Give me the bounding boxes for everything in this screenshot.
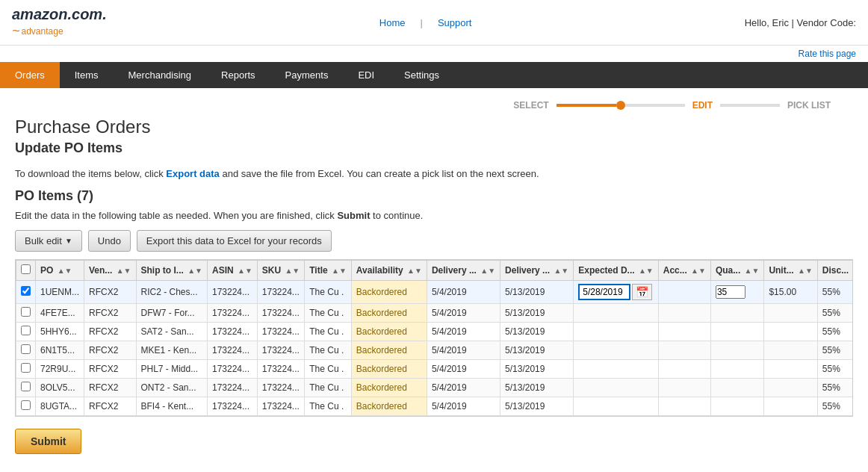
row-delivery1: 5/4/2019	[427, 379, 500, 397]
row-ship-to: RIC2 - Ches...	[136, 281, 207, 304]
row-asin: 173224...	[207, 360, 257, 379]
rate-page-link[interactable]: Rate this page	[799, 49, 856, 59]
row-asin: 173224...	[207, 281, 257, 304]
row-unit	[764, 304, 817, 323]
row-vendor: RFCX2	[84, 379, 136, 397]
undo-button[interactable]: Undo	[88, 230, 131, 252]
header-delivery2[interactable]: Delivery ... ▲▼	[500, 261, 574, 281]
row-disc: 55%	[817, 360, 853, 379]
info-text: To download the items below, click Expor…	[15, 168, 853, 179]
row-checkbox-cell	[16, 281, 36, 304]
qty-input[interactable]	[716, 285, 745, 299]
row-checkbox[interactable]	[21, 363, 31, 373]
row-unit: $15.00	[764, 281, 817, 304]
select-all-checkbox[interactable]	[21, 264, 31, 274]
row-acc	[658, 397, 710, 416]
top-header: amazon.com. ~ advantage Home | Support H…	[0, 0, 868, 46]
header-title[interactable]: Title ▲▼	[305, 261, 352, 281]
row-title: The Cu .	[305, 379, 352, 397]
section-title: PO Items (7)	[15, 188, 853, 204]
step-picklist: PICK LIST	[780, 100, 838, 111]
row-checkbox[interactable]	[21, 344, 31, 354]
header-vendor[interactable]: Ven... ▲▼	[84, 261, 136, 281]
header-expected-date[interactable]: Expected D... ▲▼	[574, 261, 659, 281]
header-ship-to[interactable]: Ship to I... ▲▼	[136, 261, 207, 281]
row-expected-date	[574, 323, 659, 341]
row-po: 8UGTA...	[36, 397, 84, 416]
expected-date-input[interactable]	[578, 284, 630, 300]
table-row: 8UGTA...RFCX2BFI4 - Kent...173224...1732…	[16, 397, 854, 416]
row-acc	[658, 323, 710, 341]
table-row: 8OLV5...RFCX2ONT2 - San...173224...17322…	[16, 379, 854, 397]
tab-orders[interactable]: Orders	[0, 62, 60, 88]
row-qty	[710, 323, 763, 341]
support-link[interactable]: Support	[438, 17, 472, 28]
submit-area: Submit	[15, 429, 853, 454]
row-ship-to: SAT2 - San...	[136, 323, 207, 341]
row-sku: 173224...	[257, 323, 304, 341]
row-checkbox[interactable]	[21, 286, 31, 296]
tab-reports[interactable]: Reports	[206, 62, 270, 88]
tab-payments[interactable]: Payments	[270, 62, 344, 88]
row-vendor: RFCX2	[84, 360, 136, 379]
calendar-icon[interactable]: 📅	[632, 284, 652, 300]
progress-line-1	[557, 104, 616, 107]
header-asin[interactable]: ASIN ▲▼	[207, 261, 257, 281]
tab-settings[interactable]: Settings	[389, 62, 454, 88]
header-qty[interactable]: Qua... ▲▼	[710, 261, 763, 281]
export-data-link[interactable]: Export data	[166, 168, 220, 179]
header-acc[interactable]: Acc... ▲▼	[658, 261, 710, 281]
row-disc: 55%	[817, 397, 853, 416]
tab-merchandising[interactable]: Merchandising	[114, 62, 207, 88]
row-checkbox[interactable]	[21, 307, 31, 317]
row-ship-to: DFW7 - For...	[136, 304, 207, 323]
home-link[interactable]: Home	[379, 17, 406, 28]
table-container: PO ▲▼ Ven... ▲▼ Ship to I... ▲▼ ASIN ▲▼ …	[15, 259, 853, 417]
header-delivery1[interactable]: Delivery ... ▲▼	[427, 261, 500, 281]
row-unit	[764, 397, 817, 416]
tab-edi[interactable]: EDI	[343, 62, 389, 88]
header-po[interactable]: PO ▲▼	[36, 261, 84, 281]
header-disc[interactable]: Disc... ▲▼	[817, 261, 853, 281]
row-qty	[710, 341, 763, 360]
logo-arrow: ~	[12, 23, 20, 39]
row-checkbox[interactable]	[21, 400, 31, 410]
row-disc: 55%	[817, 341, 853, 360]
row-qty	[710, 281, 763, 304]
page-subtitle: Update PO Items	[15, 140, 853, 156]
top-nav: Home | Support	[379, 17, 472, 28]
dropdown-arrow-icon: ▼	[65, 237, 72, 245]
row-vendor: RFCX2	[84, 281, 136, 304]
row-title: The Cu .	[305, 360, 352, 379]
row-checkbox-cell	[16, 323, 36, 341]
row-availability: Backordered	[351, 281, 427, 304]
header-sku[interactable]: SKU ▲▼	[257, 261, 304, 281]
row-po: 6N1T5...	[36, 341, 84, 360]
table-header-row: PO ▲▼ Ven... ▲▼ Ship to I... ▲▼ ASIN ▲▼ …	[16, 261, 854, 281]
table-row: 4FE7E...RFCX2DFW7 - For...173224...17322…	[16, 304, 854, 323]
bulk-edit-button[interactable]: Bulk edit ▼	[15, 230, 82, 252]
row-checkbox[interactable]	[21, 382, 31, 391]
progress-dot	[616, 101, 625, 110]
row-unit	[764, 379, 817, 397]
table-row: 72R9U...RFCX2PHL7 - Midd...173224...1732…	[16, 360, 854, 379]
row-po: 1UENM...	[36, 281, 84, 304]
row-disc: 55%	[817, 323, 853, 341]
submit-button[interactable]: Submit	[15, 429, 81, 454]
tab-items[interactable]: Items	[60, 62, 114, 88]
row-unit	[764, 341, 817, 360]
header-availability[interactable]: Availability ▲▼	[351, 261, 427, 281]
export-button[interactable]: Export this data to Excel for your recor…	[137, 230, 332, 252]
row-qty	[710, 360, 763, 379]
logo-text: amazon.com.	[12, 6, 107, 23]
row-vendor: RFCX2	[84, 341, 136, 360]
row-title: The Cu .	[305, 397, 352, 416]
table-row: 1UENM...RFCX2RIC2 - Ches...173224...1732…	[16, 281, 854, 304]
row-availability: Backordered	[351, 323, 427, 341]
row-expected-date	[574, 341, 659, 360]
row-acc	[658, 341, 710, 360]
row-checkbox-cell	[16, 304, 36, 323]
header-unit[interactable]: Unit... ▲▼	[764, 261, 817, 281]
row-checkbox[interactable]	[21, 326, 31, 335]
row-availability: Backordered	[351, 360, 427, 379]
